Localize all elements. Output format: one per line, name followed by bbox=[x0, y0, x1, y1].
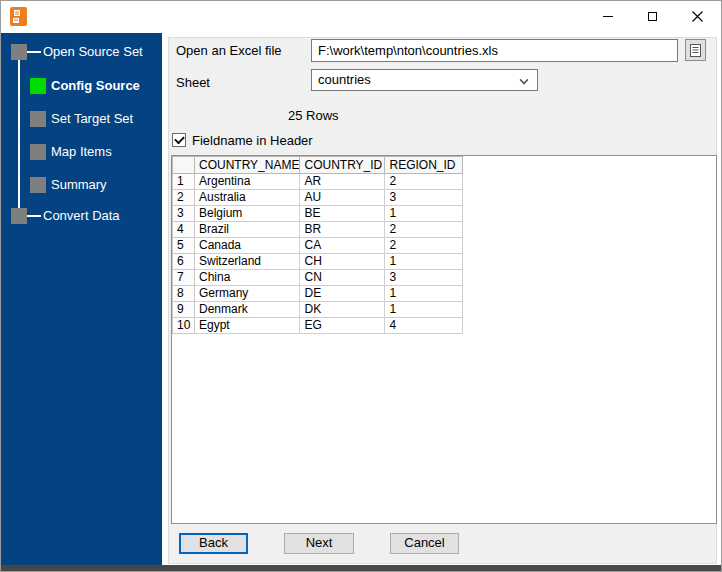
data-cell[interactable]: Argentina bbox=[195, 174, 300, 190]
data-cell[interactable]: Egypt bbox=[195, 318, 300, 334]
countries-table: COUNTRY_NAME COUNTRY_ID REGION_ID 1Argen… bbox=[172, 156, 463, 334]
row-number-cell[interactable]: 10 bbox=[173, 318, 195, 334]
table-row: 10EgyptEG4 bbox=[173, 318, 463, 334]
sheet-selected-value: countries bbox=[318, 72, 371, 87]
app-icon bbox=[10, 7, 27, 26]
row-number-cell[interactable]: 3 bbox=[173, 206, 195, 222]
data-cell[interactable]: AU bbox=[300, 190, 385, 206]
maximize-icon bbox=[648, 12, 657, 21]
app-window: Open Source Set Config Source Set Target… bbox=[0, 0, 722, 572]
file-document-icon bbox=[690, 44, 701, 57]
fieldname-in-header-label: Fieldname in Header bbox=[192, 133, 313, 149]
minimize-icon bbox=[603, 16, 613, 17]
data-cell[interactable]: 3 bbox=[385, 190, 463, 206]
table-row: 8GermanyDE1 bbox=[173, 286, 463, 302]
data-cell[interactable]: 1 bbox=[385, 206, 463, 222]
data-cell[interactable]: 1 bbox=[385, 254, 463, 270]
cancel-button[interactable]: Cancel bbox=[390, 533, 459, 554]
row-number-cell[interactable]: 7 bbox=[173, 270, 195, 286]
step-marker-convert-data bbox=[11, 208, 27, 224]
corner-header-cell[interactable] bbox=[173, 157, 195, 174]
column-header-country-name[interactable]: COUNTRY_NAME bbox=[195, 157, 300, 174]
data-cell[interactable]: 2 bbox=[385, 222, 463, 238]
data-cell[interactable]: 1 bbox=[385, 302, 463, 318]
next-button[interactable]: Next bbox=[284, 533, 354, 554]
data-cell[interactable]: Denmark bbox=[195, 302, 300, 318]
data-cell[interactable]: BR bbox=[300, 222, 385, 238]
close-button[interactable] bbox=[675, 1, 720, 32]
row-number-cell[interactable]: 8 bbox=[173, 286, 195, 302]
wizard-steps-sidebar: Open Source Set Config Source Set Target… bbox=[1, 33, 162, 566]
data-preview-grid[interactable]: COUNTRY_NAME COUNTRY_ID REGION_ID 1Argen… bbox=[171, 155, 717, 524]
table-row: 6SwitzerlandCH1 bbox=[173, 254, 463, 270]
close-icon bbox=[692, 11, 703, 22]
table-row: 7ChinaCN3 bbox=[173, 270, 463, 286]
sheet-select[interactable]: countries bbox=[311, 69, 538, 91]
minimize-button[interactable] bbox=[585, 1, 630, 32]
header-row: COUNTRY_NAME COUNTRY_ID REGION_ID bbox=[173, 157, 463, 174]
data-cell[interactable]: 2 bbox=[385, 238, 463, 254]
data-cell[interactable]: Switzerland bbox=[195, 254, 300, 270]
column-header-region-id[interactable]: REGION_ID bbox=[385, 157, 463, 174]
step-label-map-items: Map Items bbox=[51, 144, 112, 160]
chevron-down-icon bbox=[519, 75, 528, 84]
data-cell[interactable]: 4 bbox=[385, 318, 463, 334]
table-row: 4BrazilBR2 bbox=[173, 222, 463, 238]
data-cell[interactable]: Brazil bbox=[195, 222, 300, 238]
sheet-field-label: Sheet bbox=[176, 75, 210, 91]
file-field-label: Open an Excel file bbox=[176, 43, 282, 59]
step-marker-config-source-active bbox=[30, 78, 46, 94]
browse-file-button[interactable] bbox=[685, 39, 706, 61]
step-marker-set-target-set bbox=[30, 111, 46, 127]
step-label-config-source: Config Source bbox=[51, 78, 140, 94]
caption-buttons bbox=[585, 1, 720, 32]
row-number-cell[interactable]: 4 bbox=[173, 222, 195, 238]
step-connector-line bbox=[27, 215, 41, 217]
back-button[interactable]: Back bbox=[179, 533, 248, 554]
data-cell[interactable]: CA bbox=[300, 238, 385, 254]
maximize-button[interactable] bbox=[630, 1, 675, 32]
data-cell[interactable]: China bbox=[195, 270, 300, 286]
column-header-country-id[interactable]: COUNTRY_ID bbox=[300, 157, 385, 174]
data-cell[interactable]: AR bbox=[300, 174, 385, 190]
step-connector-line bbox=[27, 51, 41, 53]
table-row: 5CanadaCA2 bbox=[173, 238, 463, 254]
table-row: 3BelgiumBE1 bbox=[173, 206, 463, 222]
row-number-cell[interactable]: 9 bbox=[173, 302, 195, 318]
step-marker-summary bbox=[30, 177, 46, 193]
data-cell[interactable]: 3 bbox=[385, 270, 463, 286]
table-row: 2AustraliaAU3 bbox=[173, 190, 463, 206]
step-label-summary: Summary bbox=[51, 177, 107, 193]
excel-file-path-input[interactable] bbox=[311, 39, 678, 62]
data-cell[interactable]: Belgium bbox=[195, 206, 300, 222]
data-cell[interactable]: DK bbox=[300, 302, 385, 318]
step-marker-open-source-set bbox=[11, 44, 27, 60]
data-cell[interactable]: 1 bbox=[385, 286, 463, 302]
step-label-convert-data: Convert Data bbox=[43, 208, 120, 224]
data-cell[interactable]: EG bbox=[300, 318, 385, 334]
step-label-open-source-set: Open Source Set bbox=[43, 44, 143, 60]
data-cell[interactable]: 2 bbox=[385, 174, 463, 190]
step-label-set-target-set: Set Target Set bbox=[51, 111, 133, 127]
data-cell[interactable]: Australia bbox=[195, 190, 300, 206]
data-cell[interactable]: BE bbox=[300, 206, 385, 222]
table-row: 1ArgentinaAR2 bbox=[173, 174, 463, 190]
row-number-cell[interactable]: 2 bbox=[173, 190, 195, 206]
data-cell[interactable]: CH bbox=[300, 254, 385, 270]
data-cell[interactable]: Canada bbox=[195, 238, 300, 254]
data-cell[interactable]: DE bbox=[300, 286, 385, 302]
fieldname-in-header-checkbox[interactable] bbox=[172, 133, 186, 147]
row-number-cell[interactable]: 5 bbox=[173, 238, 195, 254]
step-marker-map-items bbox=[30, 144, 46, 160]
row-number-cell[interactable]: 6 bbox=[173, 254, 195, 270]
data-cell[interactable]: CN bbox=[300, 270, 385, 286]
data-cell[interactable]: Germany bbox=[195, 286, 300, 302]
window-bottom-edge bbox=[1, 565, 721, 571]
table-row: 9DenmarkDK1 bbox=[173, 302, 463, 318]
title-bar[interactable] bbox=[1, 1, 721, 33]
step-connector-line bbox=[18, 52, 20, 216]
row-count-text: 25 Rows bbox=[288, 108, 339, 124]
row-number-cell[interactable]: 1 bbox=[173, 174, 195, 190]
